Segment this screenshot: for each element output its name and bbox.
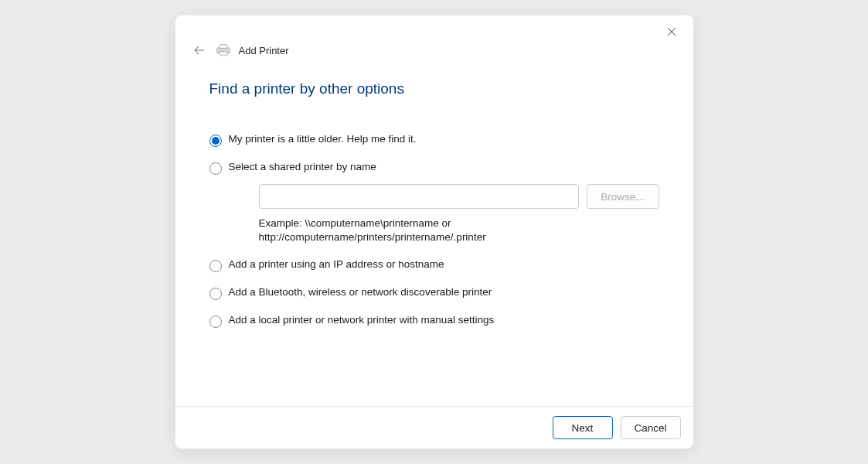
option-older-printer[interactable]: My printer is a little older. Help me fi… [209, 133, 659, 147]
radio-icon [209, 316, 222, 328]
next-button[interactable]: Next [553, 416, 613, 439]
option-label: Select a shared printer by name [229, 161, 376, 172]
close-icon [667, 27, 676, 36]
add-printer-dialog: Add Printer Find a printer by other opti… [175, 15, 693, 449]
shared-printer-subsection: Browse... Example: \\computername\printe… [259, 184, 659, 244]
option-local-manual[interactable]: Add a local printer or network printer w… [209, 314, 659, 328]
option-label: Add a Bluetooth, wireless or network dis… [229, 286, 492, 298]
dialog-footer: Next Cancel [175, 406, 693, 449]
titlebar [175, 15, 693, 46]
option-shared-by-name[interactable]: Select a shared printer by name [209, 161, 659, 175]
example-line-1: Example: \\computername\printername or [259, 217, 451, 229]
option-label: Add a local printer or network printer w… [229, 314, 495, 326]
option-label: Add a printer using an IP address or hos… [229, 258, 444, 270]
radio-icon [209, 135, 222, 147]
content-area: Find a printer by other options My print… [175, 59, 693, 406]
option-bluetooth-wireless[interactable]: Add a Bluetooth, wireless or network dis… [209, 286, 659, 300]
radio-icon [209, 162, 222, 175]
example-text: Example: \\computername\printername or h… [259, 217, 591, 244]
radio-icon [209, 260, 222, 272]
option-ip-hostname[interactable]: Add a printer using an IP address or hos… [209, 258, 659, 272]
cancel-button[interactable]: Cancel [621, 416, 681, 439]
input-browse-row: Browse... [259, 184, 659, 209]
printer-name-input[interactable] [259, 184, 579, 209]
close-button[interactable] [655, 20, 689, 43]
browse-button[interactable]: Browse... [587, 184, 659, 209]
example-line-2: http://computername/printers/printername… [259, 231, 486, 243]
option-label: My printer is a little older. Help me fi… [229, 133, 417, 145]
svg-rect-5 [220, 52, 227, 56]
page-heading: Find a printer by other options [209, 80, 659, 97]
radio-icon [209, 288, 222, 300]
